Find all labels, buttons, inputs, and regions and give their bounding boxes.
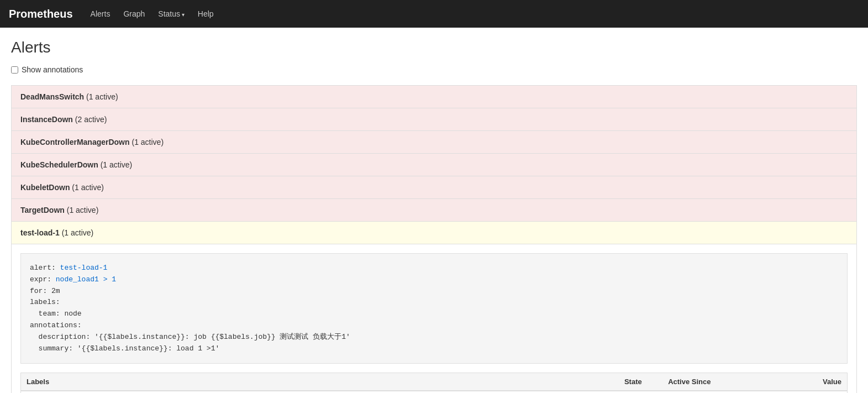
show-annotations-label[interactable]: Show annotations [22,65,83,74]
rule-expr-key: expr: [30,275,56,284]
show-annotations-container: Show annotations [11,65,857,74]
alert-group-instancedown: InstanceDown (2 active) [11,108,857,131]
rule-alert-val[interactable]: test-load-1 [60,264,108,272]
alert-count-kubeschedulerdown: (1 active) [101,160,133,169]
alert-name-kubeschedulerdown: KubeSchedulerDown [20,160,98,169]
alert-count-kubecontrollermanagerdown: (1 active) [131,138,164,146]
col-state: State [619,373,662,391]
alert-rule-box: alert: test-load-1 expr: node_load1 > 1 … [20,253,848,364]
alert-name-kubeletdown: KubeletDown [20,183,70,192]
alert-name-kubecontrollermanagerdown: KubeControllerManagerDown [20,138,130,146]
col-labels: Labels [21,373,619,391]
alert-group-kubecontrollermanagerdown: KubeControllerManagerDown (1 active) [11,131,857,154]
navbar-link-graph[interactable]: Graph [117,2,151,26]
state-cell: PENDING [619,391,662,393]
alert-count-testload1: (1 active) [62,228,94,237]
alert-group-header-kubeletdown[interactable]: KubeletDown (1 active) [12,176,856,198]
value-cell: 1.6 [817,391,847,393]
alert-group-kubeletdown: KubeletDown (1 active) [11,176,857,199]
rule-team-line: team: node [30,310,82,318]
alert-count-targetdown: (1 active) [67,206,99,214]
col-value: Value [817,373,847,391]
rule-description-line: description: '{{$labels.instance}}: job … [30,333,350,341]
active-since-cell: 2019-08-08 06:50:00.192000646 +0000 UTC [662,391,817,393]
alert-group-testload1: test-load-1 (1 active) alert: test-load-… [11,222,857,393]
alert-group-header-targetdown[interactable]: TargetDown (1 active) [12,199,856,221]
rule-labels-line: labels: [30,298,60,306]
alert-count-instancedown: (2 active) [75,115,107,124]
alert-count-kubeletdown: (1 active) [72,183,104,192]
alert-group-header-deadmansswitch[interactable]: DeadMansSwitch (1 active) [12,86,856,108]
alert-name-testload1: test-load-1 [20,228,60,237]
labels-table-wrapper: Labels State Active Since Value alertnam [20,373,848,393]
alert-groups-list: DeadMansSwitch (1 active) InstanceDown (… [11,85,857,393]
alert-name-instancedown: InstanceDown [20,115,73,124]
rule-alert-key: alert: [30,264,60,272]
alert-group-deadmansswitch: DeadMansSwitch (1 active) [11,85,857,108]
alert-name-deadmansswitch: DeadMansSwitch [20,92,84,101]
alert-count-deadmansswitch: (1 active) [86,92,118,101]
navbar: Prometheus Alerts Graph Status Help [0,0,868,28]
navbar-link-alerts[interactable]: Alerts [84,2,117,26]
show-annotations-checkbox[interactable] [11,66,18,74]
alert-group-header-testload1[interactable]: test-load-1 (1 active) [12,222,856,244]
navbar-brand[interactable]: Prometheus [9,8,73,20]
rule-for-line: for: 2m [30,287,60,295]
rule-summary-line: summary: '{{$labels.instance}}: load 1 >… [30,344,219,353]
navbar-link-help[interactable]: Help [191,2,220,26]
labels-table: Labels State Active Since Value alertnam [21,373,847,393]
navbar-status-button[interactable]: Status [151,2,191,26]
alert-group-header-instancedown[interactable]: InstanceDown (2 active) [12,108,856,130]
alert-detail-testload1: alert: test-load-1 expr: node_load1 > 1 … [12,244,856,393]
alert-group-kubeschedulerdown: KubeSchedulerDown (1 active) [11,154,857,176]
labels-cell: alertname="test-load-1" endpoint="https"… [21,391,619,393]
page-title: Alerts [11,39,857,56]
alert-group-header-kubeschedulerdown[interactable]: KubeSchedulerDown (1 active) [12,154,856,176]
alert-group-targetdown: TargetDown (1 active) [11,199,857,222]
rule-expr-val[interactable]: node_load1 > 1 [56,275,116,284]
navbar-dropdown-status: Status [151,2,191,26]
col-active-since: Active Since [662,373,817,391]
alert-name-targetdown: TargetDown [20,206,65,214]
alert-group-header-kubecontrollermanagerdown[interactable]: KubeControllerManagerDown (1 active) [12,131,856,153]
page-content: Alerts Show annotations DeadMansSwitch (… [0,28,868,393]
table-header-row: Labels State Active Since Value [21,373,847,391]
table-row: alertname="test-load-1" endpoint="https"… [21,391,847,393]
rule-annotations-line: annotations: [30,321,82,329]
